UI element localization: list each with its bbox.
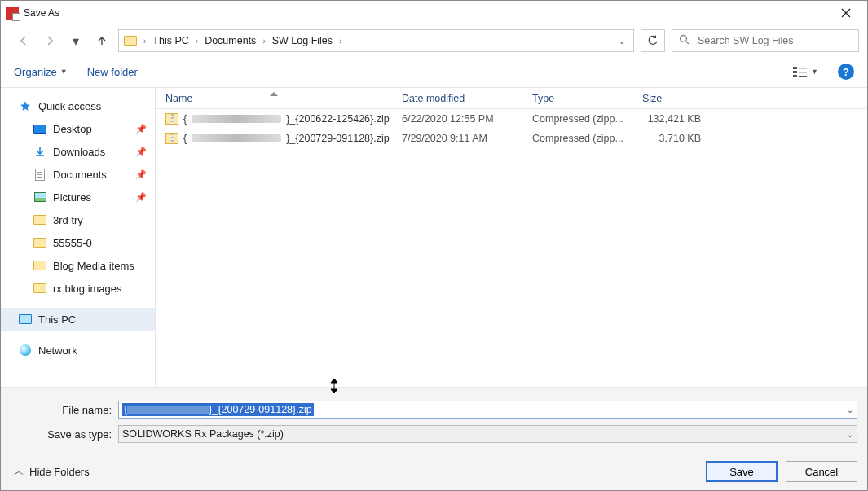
sidebar-label: Downloads (53, 146, 105, 158)
view-options-button[interactable]: ▼ (793, 66, 818, 77)
sidebar-network[interactable]: Network (1, 339, 155, 362)
file-size: 132,421 KB (632, 113, 714, 125)
help-button[interactable]: ? (838, 64, 854, 80)
saveastype-dropdown[interactable]: ⌄ (847, 430, 853, 439)
column-type[interactable]: Type (522, 93, 632, 104)
address-bar[interactable]: › This PC › Documents › SW Log Files › ⌄ (118, 29, 634, 52)
filename-label: File name: (11, 404, 118, 416)
sidebar-desktop[interactable]: Desktop📌 (1, 117, 155, 140)
sidebar-label: 3rd try (53, 214, 83, 226)
file-row[interactable]: {}_{200729-091128}.zip 7/29/2020 9:11 AM… (156, 129, 867, 148)
folder-icon (33, 215, 46, 225)
sidebar-label: Blog Media items (53, 260, 134, 272)
chevron-down-icon: ▼ (811, 68, 818, 76)
sidebar-folder[interactable]: rx blog images (1, 277, 155, 300)
hide-folders-button[interactable]: ︿Hide Folders (14, 464, 90, 479)
new-folder-button[interactable]: New folder (87, 66, 138, 78)
saveastype-label: Save as type: (11, 428, 118, 441)
file-row[interactable]: {}_{200622-125426}.zip 6/22/2020 12:55 P… (156, 109, 867, 129)
zip-icon (165, 133, 178, 144)
recent-dropdown[interactable]: ▾ (66, 31, 86, 50)
zip-icon (165, 113, 178, 125)
command-bar: Organize ▼ New folder ▼ ? (1, 56, 867, 87)
details-view-icon (793, 66, 808, 77)
chevron-up-icon: ︿ (14, 464, 24, 479)
breadcrumb-label: Documents (205, 35, 256, 46)
redacted-text (127, 406, 209, 414)
pc-icon (19, 314, 32, 324)
sidebar-folder[interactable]: Blog Media items (1, 254, 155, 277)
filename-field[interactable]: {}_{200729-091128}.zip ⌄ (118, 401, 857, 419)
chevron-right-icon: › (143, 37, 146, 46)
back-button[interactable] (14, 31, 33, 50)
column-name[interactable]: Name (156, 93, 392, 104)
arrow-left-icon (18, 35, 29, 46)
search-input[interactable] (696, 34, 852, 47)
file-date: 7/29/2020 9:11 AM (392, 133, 522, 144)
address-dropdown[interactable]: ⌄ (615, 37, 628, 46)
pin-icon: 📌 (135, 169, 147, 180)
file-name-part: }_{200729-091128}.zip (286, 133, 390, 144)
column-date[interactable]: Date modified (392, 93, 522, 104)
sidebar-label: Quick access (38, 100, 101, 112)
breadcrumb-segment[interactable]: Documents (205, 35, 256, 46)
file-size: 3,710 KB (632, 133, 714, 144)
sidebar-documents[interactable]: Documents📌 (1, 163, 155, 186)
refresh-button[interactable] (641, 29, 665, 52)
organize-menu[interactable]: Organize ▼ (14, 66, 68, 78)
sidebar-label: Documents (53, 169, 107, 181)
sidebar-pictures[interactable]: Pictures📌 (1, 186, 155, 208)
svg-rect-6 (799, 76, 807, 77)
folder-icon (33, 283, 46, 293)
chevron-right-icon: › (262, 37, 265, 46)
close-icon (841, 8, 851, 18)
document-icon (35, 169, 45, 181)
network-icon (20, 344, 31, 356)
save-button[interactable]: Save (706, 461, 778, 482)
column-headers: Name Date modified Type Size (156, 88, 867, 109)
hide-folders-label: Hide Folders (29, 466, 90, 478)
up-button[interactable] (92, 31, 112, 50)
nav-sidebar: Quick access Desktop📌 Downloads📌 Documen… (1, 88, 156, 387)
pin-icon: 📌 (135, 147, 147, 157)
file-rows: {}_{200622-125426}.zip 6/22/2020 12:55 P… (156, 109, 867, 387)
sidebar-folder[interactable]: 55555-0 (1, 231, 155, 254)
filename-row: File name: {}_{200729-091128}.zip ⌄ (11, 401, 857, 419)
pictures-icon (34, 192, 46, 202)
filename-dropdown[interactable]: ⌄ (847, 406, 853, 414)
sidebar-folder[interactable]: 3rd try (1, 208, 155, 231)
svg-rect-5 (793, 75, 797, 77)
filename-text: }_{200729-091128}.zip (209, 404, 312, 415)
breadcrumb-segment[interactable]: SW Log Files (272, 35, 333, 46)
organize-label: Organize (14, 66, 57, 78)
file-list: Name Date modified Type Size {}_{200622-… (156, 88, 867, 387)
sidebar-quick-access[interactable]: Quick access (1, 94, 155, 117)
saveastype-row: Save as type: SOLIDWORKS Rx Packages (*.… (11, 425, 857, 443)
arrow-right-icon (44, 35, 55, 46)
close-button[interactable] (830, 1, 862, 25)
forward-button[interactable] (40, 31, 59, 50)
file-type: Compressed (zipp... (522, 113, 632, 125)
svg-rect-2 (799, 68, 807, 68)
breadcrumb-label: This PC (152, 35, 188, 46)
column-size[interactable]: Size (632, 93, 714, 104)
button-row: ︿Hide Folders Save Cancel (11, 449, 857, 482)
breadcrumb-segment[interactable]: This PC (152, 35, 188, 46)
pin-icon: 📌 (135, 192, 147, 203)
search-box[interactable] (672, 29, 859, 52)
sidebar-this-pc[interactable]: This PC (1, 308, 155, 331)
pin-icon: 📌 (135, 124, 147, 134)
file-name-part: { (183, 133, 187, 144)
cancel-button[interactable]: Cancel (786, 461, 857, 482)
bottom-panel: File name: {}_{200729-091128}.zip ⌄ Save… (1, 388, 867, 490)
breadcrumb-label: SW Log Files (272, 35, 333, 46)
sidebar-label: Network (38, 344, 77, 357)
sidebar-label: rx blog images (53, 283, 122, 295)
sidebar-label: 55555-0 (53, 237, 92, 249)
desktop-icon (33, 125, 46, 134)
sidebar-label: Desktop (53, 123, 92, 135)
window-title: Save As (24, 7, 830, 19)
saveastype-field[interactable]: SOLIDWORKS Rx Packages (*.zip) ⌄ (118, 425, 857, 443)
saveastype-value: SOLIDWORKS Rx Packages (*.zip) (122, 428, 284, 440)
sidebar-downloads[interactable]: Downloads📌 (1, 140, 155, 163)
